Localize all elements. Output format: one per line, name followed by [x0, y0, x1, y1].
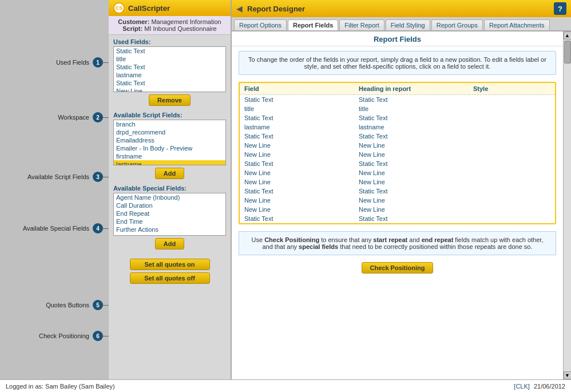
info-box: To change the order of the fields in you…	[239, 51, 556, 75]
tab-report-fields[interactable]: Report Fields	[288, 19, 338, 30]
footer-date: 21/06/2012	[534, 383, 565, 390]
scroll-down[interactable]: ▼	[564, 371, 572, 379]
special-fields-list: Agent Name (Inbound) Call Duration End R…	[113, 193, 226, 236]
ann-bubble-2: 2	[93, 112, 103, 122]
customer-label: Customer:	[118, 18, 149, 25]
script-fields-label: Available Script Fields:	[113, 112, 226, 118]
annotation-special-fields: Available Special Fields 4	[23, 223, 103, 233]
table-row[interactable]: New Line New Line	[240, 168, 555, 177]
tab-report-attachments[interactable]: Report Attachments	[484, 19, 550, 30]
clk-link[interactable]: [CLK]	[514, 383, 530, 390]
tab-report-groups[interactable]: Report Groups	[431, 19, 483, 30]
list-item[interactable]: Emailer - In Body - Preview	[114, 144, 225, 152]
table-row[interactable]: Static Text Static Text	[240, 113, 555, 122]
check-positioning-button[interactable]: Check Positioning	[362, 262, 434, 274]
list-item[interactable]: drpd_recommend	[114, 128, 225, 136]
script-value: MI Inbound Questionnaire	[144, 25, 217, 32]
ann-bubble-5: 5	[93, 300, 103, 310]
field-table-container: Field Heading in report Style Static Tex…	[239, 82, 556, 224]
scroll-up[interactable]: ▲	[564, 31, 572, 39]
remove-button[interactable]: Remove	[149, 94, 191, 106]
set-all-quotes-on-button[interactable]: Set all quotes on	[130, 259, 210, 270]
table-row[interactable]: New Line New Line	[240, 205, 555, 214]
list-item[interactable]: title	[114, 55, 225, 63]
list-item[interactable]: New Line	[114, 87, 225, 92]
table-row[interactable]: Static Text Static Text	[240, 132, 555, 141]
footer-right: [CLK] 21/06/2012	[514, 383, 565, 390]
add-script-button[interactable]: Add	[155, 168, 184, 179]
list-item[interactable]: Emailaddress	[114, 136, 225, 144]
annotation-used-fields: Used Fields 1	[56, 57, 103, 68]
list-item[interactable]: Static Text	[114, 63, 225, 71]
back-arrow-button[interactable]: ◀	[236, 4, 243, 13]
table-row[interactable]: title title	[240, 104, 555, 113]
ann-text-4: Available Special Fields	[23, 225, 89, 232]
list-item[interactable]: Further Actions	[114, 225, 225, 233]
right-header: ◀ Report Designer ?	[232, 0, 571, 17]
bottom-info-box: Use Check Positioning to ensure that any…	[239, 231, 556, 255]
table-row[interactable]: New Line New Line	[240, 196, 555, 205]
tab-field-styling[interactable]: Field Styling	[386, 19, 430, 30]
tabs-row: Report Options Report Fields Filter Repo…	[232, 17, 571, 31]
footer: Logged in as: Sam Bailey (Sam Bailey) [C…	[0, 379, 571, 392]
list-item[interactable]: branch	[114, 120, 225, 128]
tab-filter-report[interactable]: Filter Report	[339, 19, 384, 30]
customer-info: Customer: Management Information Script:…	[109, 16, 231, 35]
field-table: Field Heading in report Style Static Tex…	[240, 83, 555, 223]
help-button[interactable]: ?	[554, 2, 566, 15]
left-header: CS CallScripter	[109, 0, 231, 16]
ann-text-6: Check Positioning	[39, 332, 89, 339]
list-item[interactable]: firstname	[114, 152, 225, 160]
list-item[interactable]: Call Duration	[114, 201, 225, 209]
set-all-quotes-off-button[interactable]: Set all quotes off	[130, 272, 210, 284]
col-style: Style	[469, 83, 555, 95]
ann-bubble-6: 6	[93, 331, 103, 341]
ann-bubble-1: 1	[93, 57, 103, 68]
annotation-check-pos: Check Positioning 6	[39, 331, 103, 341]
list-item[interactable]: Static Text	[114, 79, 225, 87]
ann-text-3: Available Script Fields	[27, 173, 89, 180]
col-heading: Heading in report	[354, 83, 469, 95]
table-row[interactable]: Static Text Static Text	[240, 159, 555, 168]
special-fields-label: Available Special Fields:	[113, 185, 226, 192]
used-fields-list: Static Text title Static Text lastname S…	[113, 46, 226, 92]
table-row[interactable]: New Line New Line	[240, 177, 555, 187]
app-title: CallScripter	[128, 4, 170, 13]
scrollbar[interactable]: ▲ ▼	[563, 31, 571, 379]
annotation-workspace: Workspace 2	[58, 112, 103, 122]
list-item[interactable]: End Time	[114, 217, 225, 225]
table-row[interactable]: Static Text Static Text	[240, 214, 555, 223]
section-title: Report Fields	[232, 31, 563, 46]
script-label: Script:	[122, 25, 142, 32]
used-fields-label: Used Fields:	[113, 38, 226, 45]
annotation-script-fields: Available Script Fields 3	[27, 172, 103, 182]
ann-text-2: Workspace	[58, 114, 89, 121]
table-row[interactable]: Static Text Static Text	[240, 95, 555, 105]
list-item[interactable]: lastname	[114, 71, 225, 79]
list-item[interactable]: Agent Name (Inbound)	[114, 193, 225, 201]
list-item-selected[interactable]: lastname	[114, 160, 225, 165]
table-row[interactable]: lastname lastname	[240, 122, 555, 132]
annotation-quotes: Quotes Buttons 5	[46, 300, 103, 310]
ann-bubble-4: 4	[93, 223, 103, 233]
ann-text-1: Used Fields	[56, 59, 89, 66]
logged-in-text: Logged in as: Sam Bailey (Sam Bailey)	[6, 383, 115, 390]
table-row[interactable]: Static Text Static Text	[240, 187, 555, 196]
script-fields-list: branch drpd_recommend Emailaddress Email…	[113, 120, 226, 165]
tab-report-options[interactable]: Report Options	[234, 19, 287, 30]
customer-value: Management Information	[151, 18, 221, 25]
logo: CS	[113, 2, 125, 14]
ann-bubble-3: 3	[93, 172, 103, 182]
table-row[interactable]: New Line New Line	[240, 150, 555, 159]
list-item[interactable]: Static Text	[114, 47, 225, 55]
right-title: Report Designer	[247, 5, 549, 13]
table-row[interactable]: New Line New Line	[240, 141, 555, 150]
col-field: Field	[240, 83, 354, 95]
add-special-button[interactable]: Add	[155, 238, 184, 250]
ann-text-5: Quotes Buttons	[46, 302, 89, 308]
scroll-thumb[interactable]	[564, 41, 571, 64]
list-item[interactable]: End Repeat	[114, 209, 225, 217]
list-item[interactable]: Joined Script Report	[114, 233, 225, 236]
